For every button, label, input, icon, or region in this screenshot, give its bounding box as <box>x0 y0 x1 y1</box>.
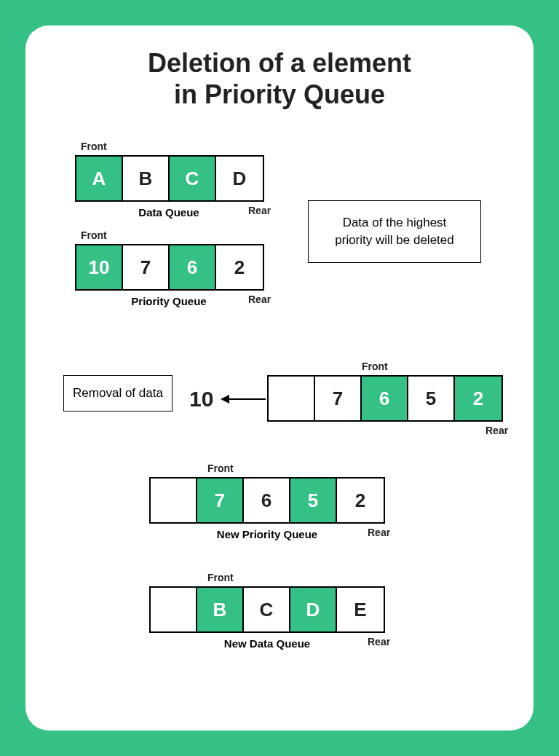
front-label: Front <box>81 229 107 241</box>
diagram-card: Deletion of a element in Priority Queue … <box>25 25 534 731</box>
queue-cell: D <box>290 588 337 631</box>
data-queue-section: Front A B C D Rear Data Queue <box>75 155 264 218</box>
queue-cell: 7 <box>315 377 362 420</box>
queue-cell: 6 <box>170 245 216 289</box>
front-label: Front <box>207 572 234 583</box>
queue-cell: 5 <box>408 377 455 420</box>
rear-label: Rear <box>248 205 271 216</box>
data-queue-caption: Data Queue <box>75 206 263 218</box>
removed-value: 10 <box>189 387 213 412</box>
info-box: Data of the highest priority will be del… <box>308 200 481 263</box>
queue-cell: 10 <box>76 245 123 289</box>
data-queue: A B C D <box>75 155 264 202</box>
queue-cell: 2 <box>455 377 501 420</box>
queue-cell: 2 <box>216 245 263 289</box>
title-line-1: Deletion of a element <box>148 48 411 78</box>
rear-label: Rear <box>368 527 390 538</box>
queue-cell: 2 <box>337 479 384 522</box>
front-label: Front <box>207 462 234 474</box>
new-data-queue: B C D E <box>149 586 385 633</box>
removal-label: Removal of data <box>63 375 173 412</box>
queue-cell <box>151 479 197 522</box>
queue-cell: 7 <box>123 245 170 289</box>
queue-cell <box>151 588 197 631</box>
queue-cell: 6 <box>244 479 290 522</box>
queue-cell: A <box>76 157 123 200</box>
arrow-icon <box>222 398 266 400</box>
rear-label: Rear <box>485 425 508 436</box>
queue-cell: C <box>170 157 216 200</box>
rear-label: Rear <box>248 294 271 305</box>
rear-label: Rear <box>368 636 390 647</box>
page-title: Deletion of a element in Priority Queue <box>47 47 512 110</box>
queue-cell <box>269 377 315 420</box>
removal-box: Removal of data <box>63 375 173 412</box>
priority-queue-caption: Priority Queue <box>75 295 263 307</box>
queue-cell: 6 <box>362 377 408 420</box>
new-data-queue-section: Front B C D E Rear New Data Queue <box>149 586 385 650</box>
queue-cell: D <box>216 157 263 200</box>
new-priority-queue: 7 6 5 2 <box>149 477 385 524</box>
front-label: Front <box>362 361 388 372</box>
priority-queue-section: Front 10 7 6 2 Rear Priority Queue <box>75 244 264 307</box>
queue-cell: 5 <box>290 479 337 522</box>
mid-queue-section: Front 7 6 5 2 Rear <box>267 375 503 422</box>
queue-cell: 7 <box>197 479 244 522</box>
mid-queue: 7 6 5 2 <box>267 375 503 422</box>
new-priority-queue-caption: New Priority Queue <box>149 528 385 540</box>
title-line-2: in Priority Queue <box>174 79 385 109</box>
front-label: Front <box>81 141 107 152</box>
new-priority-queue-section: Front 7 6 5 2 Rear New Priority Queue <box>149 477 385 540</box>
queue-cell: E <box>337 588 384 631</box>
queue-cell: B <box>197 588 244 631</box>
queue-cell: C <box>244 588 290 631</box>
priority-queue: 10 7 6 2 <box>75 244 264 291</box>
queue-cell: B <box>123 157 170 200</box>
new-data-queue-caption: New Data Queue <box>149 637 385 650</box>
